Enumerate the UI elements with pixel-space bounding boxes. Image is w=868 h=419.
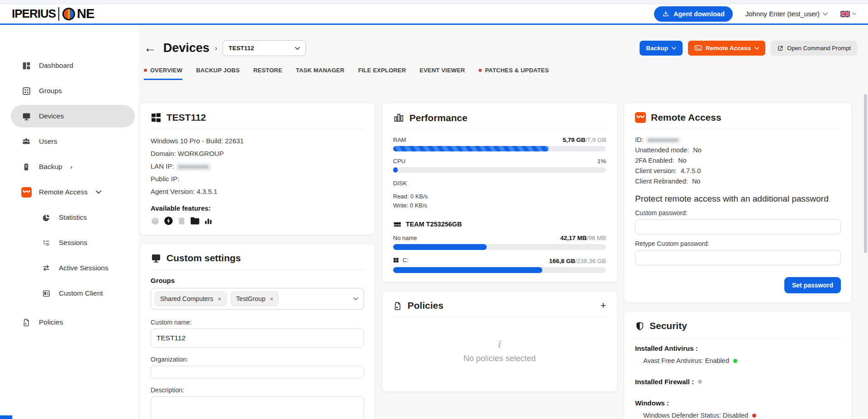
volume-progress-fill (393, 244, 487, 250)
remove-chip-button[interactable]: × (218, 296, 222, 302)
disk-label: DISK (393, 180, 606, 187)
sidebar-item-backup[interactable]: Backup › (11, 155, 135, 178)
sidebar-item-devices[interactable]: Devices (11, 105, 135, 127)
tab-overview[interactable]: OVERVIEW (144, 67, 182, 80)
sidebar-label: Devices (39, 112, 64, 120)
language-menu[interactable] (840, 11, 856, 17)
retype-password-label: Retype Custom password: (635, 240, 841, 247)
chevron-down-icon (852, 12, 856, 15)
volume-total: /96 MB (587, 235, 606, 241)
sidebar-label: Policies (39, 318, 63, 326)
user-name: Johnny Enter (test_user) (745, 10, 820, 18)
security-title: Security (650, 320, 687, 331)
open-command-prompt-button[interactable]: Open Command Prompt (771, 41, 857, 56)
sidebar: Dashboard Groups Devices Users (0, 25, 138, 419)
device-tabs: OVERVIEW BACKUP JOBS RESTORE TASK MANAGE… (144, 67, 857, 80)
vertical-scrollbar[interactable] (864, 94, 867, 253)
hard-drive-icon (393, 221, 402, 228)
antivirus-value: Avast Free Antivirus: Enabled (643, 357, 729, 364)
groups-icon (21, 86, 32, 96)
breadcrumb[interactable]: Devices (163, 41, 209, 55)
add-policy-button[interactable]: + (600, 301, 606, 311)
remote-access-card: Remote Access ID: ■■■■■■■■ Unattended mo… (624, 103, 852, 303)
pie-chart-icon (41, 213, 52, 222)
status-dot-red (752, 414, 756, 418)
device-selector[interactable]: TEST112 (223, 40, 306, 56)
sidebar-item-active-sessions[interactable]: Active Sessions (11, 257, 135, 279)
agent-download-button[interactable]: Agent download (654, 6, 733, 22)
custom-name-input[interactable] (151, 329, 364, 348)
sidebar-item-groups[interactable]: Groups (11, 80, 135, 102)
ram-progress-fill (393, 146, 549, 151)
remote-access-button[interactable]: Remote Access (688, 41, 765, 56)
device-public-ip-line: Public IP: (151, 174, 364, 184)
tab-label: EVENT VIEWER (420, 67, 465, 74)
sidebar-item-remote-access[interactable]: Remote Access (11, 181, 135, 203)
ra-row-value: 4.7.5.0 (681, 167, 701, 174)
bottom-left-accent (0, 415, 12, 419)
red-dot-icon (144, 69, 147, 72)
policies-card: Policies + i No policies selected (382, 291, 617, 392)
logo-text-ne: NE (77, 6, 94, 21)
custom-password-input[interactable] (635, 219, 841, 235)
tab-label: BACKUP JOBS (196, 67, 240, 74)
policies-title: Policies (408, 300, 443, 311)
set-password-button[interactable]: Set password (784, 277, 841, 293)
tab-label: FILE EXPLORER (358, 67, 406, 74)
ra-row-value: No (693, 146, 702, 154)
windows-logo-icon (393, 257, 399, 263)
tab-patches-updates[interactable]: PATCHES & UPDATES (479, 67, 549, 80)
sidebar-item-policies[interactable]: Policies (11, 311, 135, 334)
backup-server-icon (21, 162, 32, 172)
firewall-label-line: Installed Firewall : (635, 378, 841, 386)
volume-total: /238,36 GB (575, 258, 606, 264)
description-textarea[interactable] (151, 396, 364, 419)
main-content: ← Devices › TEST112 Backup Remote Access (138, 25, 868, 419)
feature-icons-row (151, 216, 364, 226)
ram-used: 5,79 GB (563, 137, 585, 143)
logo-text-iperius: IPERIUS (12, 7, 56, 21)
cpu-label: CPU (393, 158, 405, 165)
topbar: IPERIUS NE Agent download (0, 4, 868, 25)
user-menu[interactable]: Johnny Enter (test_user) (745, 10, 828, 18)
custom-name-label: Custom name: (151, 319, 364, 326)
sidebar-item-statistics[interactable]: Statistics (11, 206, 135, 229)
ra-row-label: Client version: (635, 167, 677, 174)
group-chip: Shared Computers × (155, 292, 227, 306)
tab-label: RESTORE (253, 67, 282, 74)
ra-row-value: No (678, 157, 687, 164)
device-os-line: Windows 10 Pro - Build: 22631 (151, 136, 364, 146)
drive-name: TEAM T253256GB (406, 221, 462, 228)
sidebar-item-custom-client[interactable]: Custom Client (11, 282, 135, 305)
cpu-value: 1% (597, 158, 606, 165)
sidebar-item-users[interactable]: Users (11, 130, 135, 153)
chevron-down-icon (672, 47, 676, 50)
groups-multiselect[interactable]: Shared Computers × TestGroup × (151, 288, 364, 310)
ra-row-label: 2FA Enabled: (635, 157, 674, 164)
device-domain-line: Domain: WORKGROUP (151, 149, 364, 158)
divider (393, 317, 606, 317)
back-arrow-button[interactable]: ← (144, 42, 156, 54)
lan-ip-label: LAN IP: (151, 162, 174, 170)
tab-task-manager[interactable]: TASK MANAGER (296, 67, 345, 80)
device-lan-ip-line: LAN IP: ■■■■■■■■ (151, 161, 364, 171)
remove-chip-button[interactable]: × (270, 296, 274, 302)
available-features-label: Available features: (151, 204, 364, 212)
organization-input[interactable] (151, 366, 364, 378)
remote-access-logo-icon (635, 112, 646, 123)
volume-row: C: 166,8 GB/238,36 GB (393, 257, 606, 264)
set-password-label: Set password (792, 282, 833, 289)
sidebar-item-dashboard[interactable]: Dashboard (11, 54, 135, 77)
remote-access-button-label: Remote Access (706, 45, 751, 52)
defender-value: Windows Defender Status: Disabled (643, 412, 748, 419)
sidebar-item-sessions[interactable]: Sessions (11, 231, 135, 254)
tab-label: PATCHES & UPDATES (485, 67, 549, 74)
tab-event-viewer[interactable]: EVENT VIEWER (420, 67, 465, 80)
tab-backup-jobs[interactable]: BACKUP JOBS (196, 67, 240, 80)
backup-button[interactable]: Backup (640, 41, 683, 56)
tab-file-explorer[interactable]: FILE EXPLORER (358, 67, 406, 80)
volume-row: No name 42,17 MB/96 MB (393, 235, 606, 241)
retype-password-input[interactable] (635, 250, 841, 265)
open-command-prompt-label: Open Command Prompt (787, 45, 851, 52)
tab-restore[interactable]: RESTORE (253, 67, 282, 80)
